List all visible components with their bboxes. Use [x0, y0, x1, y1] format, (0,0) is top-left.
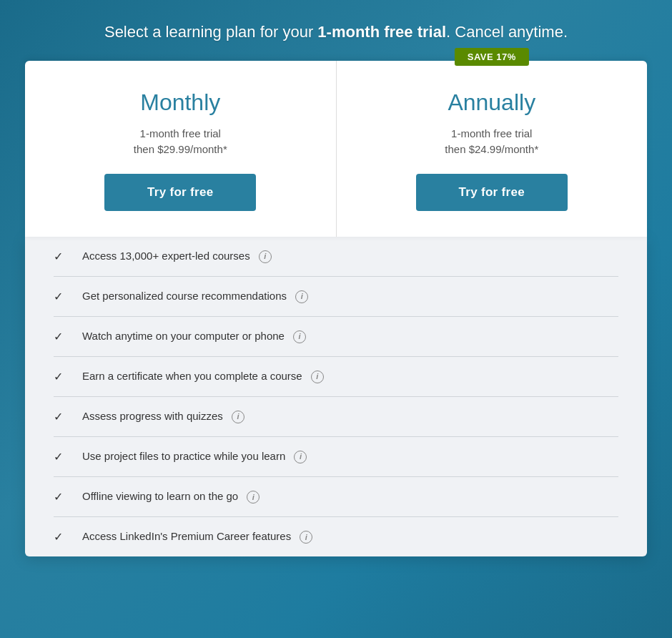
feature-item: ✓ Offline viewing to learn on the go i	[54, 477, 618, 517]
checkmark-icon: ✓	[54, 370, 68, 383]
header-bold: 1-month free trial	[317, 23, 446, 41]
feature-text: Assess progress with quizzes i	[82, 410, 244, 423]
info-icon[interactable]: i	[295, 290, 308, 303]
feature-text: Earn a certificate when you complete a c…	[82, 370, 324, 383]
feature-item: ✓ Get personalized course recommendation…	[54, 277, 618, 317]
checkmark-icon: ✓	[54, 490, 68, 504]
info-icon[interactable]: i	[311, 370, 324, 383]
monthly-title: Monthly	[140, 89, 220, 116]
features-section: ✓ Access 13,000+ expert-led courses i ✓ …	[25, 237, 647, 556]
checkmark-icon: ✓	[54, 530, 68, 544]
feature-text: Offline viewing to learn on the go i	[82, 490, 260, 504]
feature-text: Watch anytime on your computer or phone …	[82, 330, 306, 343]
checkmark-icon: ✓	[54, 330, 68, 343]
plan-annually: SAVE 17% Annually 1-month free trial the…	[337, 61, 648, 237]
checkmark-icon: ✓	[54, 250, 68, 263]
info-icon[interactable]: i	[294, 451, 307, 463]
feature-text: Access 13,000+ expert-led courses i	[82, 250, 272, 263]
monthly-trial: 1-month free trial then $29.99/month*	[134, 126, 227, 158]
checkmark-icon: ✓	[54, 410, 68, 423]
feature-item: ✓ Access 13,000+ expert-led courses i	[54, 237, 618, 277]
monthly-trial-line2: then $29.99/month*	[134, 143, 227, 155]
plans-wrapper: Monthly 1-month free trial then $29.99/m…	[25, 61, 647, 556]
annually-trial-line2: then $24.99/month*	[445, 143, 538, 155]
header-text: Select a learning plan for your 1-month …	[104, 23, 568, 41]
save-badge: SAVE 17%	[455, 48, 529, 66]
feature-item: ✓ Watch anytime on your computer or phon…	[54, 317, 618, 357]
feature-text: Get personalized course recommendations …	[82, 290, 308, 303]
info-icon[interactable]: i	[232, 411, 244, 423]
annually-trial-line1: 1-month free trial	[451, 127, 532, 139]
feature-item: ✓ Use project files to practice while yo…	[54, 437, 618, 477]
annually-trial: 1-month free trial then $24.99/month*	[445, 126, 538, 158]
feature-text: Access LinkedIn's Premium Career feature…	[82, 530, 312, 544]
info-icon[interactable]: i	[293, 330, 306, 343]
info-icon[interactable]: i	[259, 250, 272, 263]
info-icon[interactable]: i	[247, 491, 260, 504]
plan-monthly: Monthly 1-month free trial then $29.99/m…	[25, 61, 337, 237]
checkmark-icon: ✓	[54, 290, 68, 303]
feature-text: Use project files to practice while you …	[82, 450, 307, 463]
annually-title: Annually	[448, 89, 535, 116]
checkmark-icon: ✓	[54, 450, 68, 463]
monthly-trial-line1: 1-month free trial	[140, 127, 221, 139]
feature-item: ✓ Assess progress with quizzes i	[54, 397, 618, 437]
feature-item: ✓ Earn a certificate when you complete a…	[54, 357, 618, 397]
info-icon[interactable]: i	[300, 531, 312, 544]
monthly-try-button[interactable]: Try for free	[104, 174, 256, 211]
page-header: Select a learning plan for your 1-month …	[104, 21, 568, 44]
plans-top: Monthly 1-month free trial then $29.99/m…	[25, 61, 647, 237]
feature-item: ✓ Access LinkedIn's Premium Career featu…	[54, 517, 618, 556]
annually-try-button[interactable]: Try for free	[416, 174, 568, 211]
